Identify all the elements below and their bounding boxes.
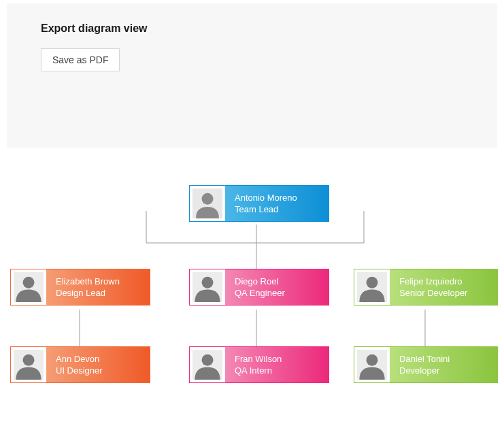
node-team-lead[interactable]: Antonio Moreno Team Lead <box>189 185 329 222</box>
node-label: Daniel Tonini Developer <box>390 347 497 382</box>
person-name: Antonio Moreno <box>235 193 319 204</box>
node-label: Elizabeth Brown Design Lead <box>46 269 150 305</box>
person-name: Felipe Izquiedro <box>399 276 488 288</box>
avatar <box>190 186 225 221</box>
org-chart: Antonio Moreno Team Lead Elizabeth Brown… <box>0 148 504 420</box>
person-title: Senior Developer <box>399 288 488 299</box>
avatar <box>190 347 225 382</box>
node-ui-designer[interactable]: Ann Devon UI Designer <box>10 346 150 383</box>
person-name: Diego Roel <box>235 276 319 288</box>
node-qa-intern[interactable]: Fran Wilson QA Intern <box>189 346 329 383</box>
node-qa-engineer[interactable]: Diego Roel QA Engineer <box>189 269 329 306</box>
node-label: Diego Roel QA Engineer <box>225 269 329 305</box>
person-title: QA Intern <box>235 365 319 377</box>
avatar <box>11 347 46 382</box>
svg-point-10 <box>202 193 214 205</box>
node-developer[interactable]: Daniel Tonini Developer <box>354 346 498 383</box>
node-senior-developer[interactable]: Felipe Izquiedro Senior Developer <box>354 269 498 306</box>
avatar <box>354 269 390 305</box>
person-title: QA Engineer <box>235 288 319 299</box>
avatar <box>190 269 225 305</box>
person-name: Ann Devon <box>56 354 140 365</box>
node-label: Antonio Moreno Team Lead <box>225 186 329 221</box>
person-name: Fran Wilson <box>235 354 319 365</box>
person-title: Developer <box>399 365 488 377</box>
person-name: Daniel Tonini <box>399 354 488 365</box>
svg-point-22 <box>367 355 378 366</box>
node-label: Ann Devon UI Designer <box>46 347 150 382</box>
avatar <box>354 347 390 382</box>
node-label: Felipe Izquiedro Senior Developer <box>390 269 497 305</box>
person-title: UI Designer <box>56 365 140 377</box>
node-label: Fran Wilson QA Intern <box>225 347 329 382</box>
person-title: Team Lead <box>235 204 319 216</box>
svg-point-12 <box>23 277 35 289</box>
panel-title: Export diagram view <box>41 22 463 35</box>
svg-point-18 <box>23 355 35 366</box>
export-panel: Export diagram view Save as PDF <box>7 3 497 148</box>
svg-point-14 <box>202 277 214 289</box>
avatar <box>11 269 46 305</box>
svg-point-16 <box>367 277 378 289</box>
node-design-lead[interactable]: Elizabeth Brown Design Lead <box>10 269 150 306</box>
svg-point-20 <box>202 355 214 366</box>
person-name: Elizabeth Brown <box>56 276 140 288</box>
save-pdf-button[interactable]: Save as PDF <box>41 48 120 71</box>
person-title: Design Lead <box>56 288 140 299</box>
